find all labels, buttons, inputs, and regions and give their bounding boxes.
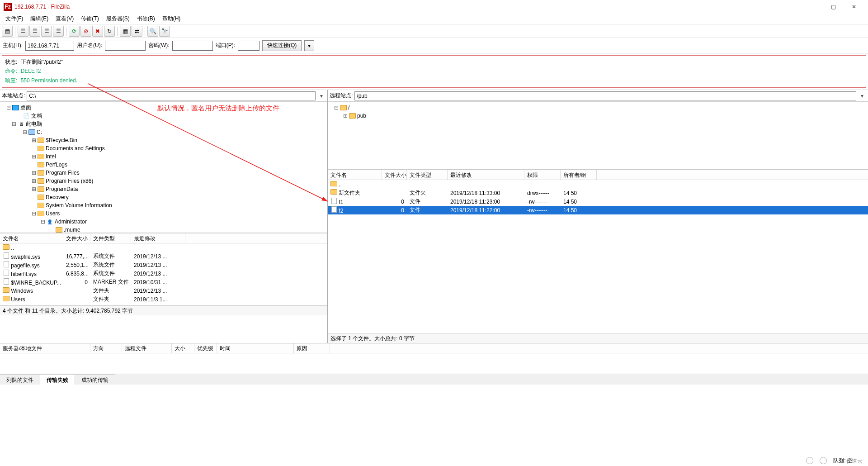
tree-twisty-icon[interactable]: ⊞ (31, 186, 37, 192)
column-header[interactable]: 最近修改 (131, 233, 185, 243)
host-input[interactable] (25, 41, 74, 51)
remote-path-dropdown-icon[interactable]: ▾ (858, 93, 866, 99)
username-input[interactable] (105, 41, 146, 51)
tree-node[interactable]: .mume (0, 226, 327, 233)
tree-node[interactable]: ⊟Administrator (0, 218, 327, 226)
file-row[interactable]: swapfile.sys16,777,...系统文件2019/12/13 ... (0, 252, 327, 261)
remote-path-input[interactable] (354, 91, 856, 100)
column-header[interactable]: 文件名 (328, 170, 382, 180)
tree-twisty-icon[interactable]: ⊞ (342, 113, 349, 119)
quickconnect-dropdown-icon[interactable]: ▾ (304, 40, 314, 51)
tree-twisty-icon[interactable]: ⊟ (11, 121, 17, 127)
menu-5[interactable]: 书签(B) (133, 14, 159, 24)
minimize-button[interactable]: — (802, 0, 823, 14)
column-header[interactable]: 文件大小 (63, 233, 90, 243)
column-header[interactable]: 时间 (217, 343, 294, 353)
menu-6[interactable]: 帮助(H) (159, 14, 184, 24)
remote-file-list[interactable]: 文件名文件大小文件类型最近修改权限所有者/组 .. 新文件夹文件夹2019/12… (328, 170, 868, 333)
toggle-localtree-icon[interactable]: ☰ (29, 26, 40, 37)
local-path-dropdown-icon[interactable]: ▾ (317, 93, 326, 99)
binoculars-icon[interactable]: 🔭 (159, 26, 170, 37)
queue-tab-2[interactable]: 成功的传输 (75, 374, 115, 385)
tree-twisty-icon[interactable]: ⊟ (5, 105, 12, 111)
tree-node[interactable]: ⊟/ (328, 104, 868, 112)
column-header[interactable]: 远程文件 (122, 343, 172, 353)
menu-0[interactable]: 文件(F) (2, 14, 27, 24)
tree-node[interactable]: PerfLogs (0, 161, 327, 169)
password-input[interactable] (172, 41, 213, 51)
column-header[interactable]: 所有者/组 (561, 170, 597, 180)
column-header[interactable]: 文件类型 (90, 233, 131, 243)
column-header[interactable]: 方向 (90, 343, 122, 353)
file-row[interactable]: Windows文件夹2019/12/13 ... (0, 286, 327, 295)
menu-3[interactable]: 传输(T) (77, 14, 102, 24)
local-file-list[interactable]: 文件名文件大小文件类型最近修改 .. swapfile.sys16,777,..… (0, 233, 327, 305)
maximize-button[interactable]: ▢ (823, 0, 844, 14)
tree-twisty-icon[interactable]: ⊟ (22, 129, 28, 135)
search-icon[interactable]: 🔍 (147, 26, 158, 37)
queue-tab-1[interactable]: 传输失败 (40, 374, 75, 385)
tree-node[interactable]: Documents and Settings (0, 144, 327, 152)
tree-label: 此电脑 (26, 120, 42, 128)
message-log[interactable]: 状态: 正在删除"/pub/f2"命令: DELE f2响应: 550 Perm… (2, 55, 866, 88)
stop-icon[interactable]: ⊘ (80, 26, 91, 37)
toggle-remotetree-icon[interactable]: ☰ (41, 26, 52, 37)
tree-twisty-icon[interactable]: ⊞ (31, 137, 37, 143)
file-row[interactable]: .. (328, 180, 868, 189)
tree-node[interactable]: ⊞Program Files (0, 169, 327, 177)
refresh-icon[interactable]: ⟳ (69, 26, 80, 37)
file-row[interactable]: Users文件夹2019/11/3 1... (0, 295, 327, 304)
sitemanager-icon[interactable]: ▤ (2, 26, 13, 37)
disconnect-icon[interactable]: ✖ (92, 26, 103, 37)
file-row[interactable]: pagefile.sys2,550,1...系统文件2019/12/13 ... (0, 261, 327, 269)
tree-node[interactable]: ⊞Program Files (x86) (0, 177, 327, 185)
filter-icon[interactable]: ▦ (120, 26, 131, 37)
tree-node[interactable]: ⊞Intel (0, 152, 327, 161)
file-row[interactable]: .. (0, 243, 327, 252)
file-row[interactable]: $WINRE_BACKUP...0MARKER 文件2019/10/31 ... (0, 278, 327, 286)
tree-twisty-icon[interactable]: ⊟ (333, 105, 340, 111)
column-header[interactable]: 文件大小 (382, 170, 407, 180)
column-header[interactable]: 优先级 (194, 343, 217, 353)
menu-4[interactable]: 服务器(S) (103, 14, 133, 24)
compare-icon[interactable]: ⇄ (132, 26, 142, 37)
tree-node[interactable]: Recovery (0, 193, 327, 201)
close-button[interactable]: ✕ (844, 0, 864, 14)
local-path-input[interactable] (27, 91, 316, 100)
port-input[interactable] (238, 41, 259, 51)
tree-twisty-icon[interactable]: ⊟ (40, 219, 46, 225)
toggle-queue-icon[interactable]: ☰ (53, 26, 64, 37)
column-header[interactable]: 原因 (294, 343, 330, 353)
file-row[interactable]: f10文件2019/12/18 11:23:00-rw-------14 50 (328, 197, 868, 206)
tree-twisty-icon[interactable]: ⊞ (31, 153, 37, 160)
tree-node[interactable]: ⊞$Recycle.Bin (0, 136, 327, 144)
tree-node[interactable]: System Volume Information (0, 201, 327, 209)
tree-twisty-icon[interactable]: ⊟ (31, 210, 37, 217)
file-row[interactable]: 新文件夹文件夹2019/12/18 11:33:00drwx------14 5… (328, 189, 868, 197)
queue-tab-0[interactable]: 列队的文件 (0, 374, 40, 385)
column-header[interactable]: 最近修改 (448, 170, 524, 180)
tree-node[interactable]: 文档 (0, 112, 327, 120)
menu-1[interactable]: 编辑(E) (27, 14, 52, 24)
transfer-queue[interactable]: 服务器/本地文件方向远程文件大小优先级时间原因 (0, 343, 868, 374)
remote-tree[interactable]: ⊟/⊞pub (328, 102, 868, 170)
column-header[interactable]: 服务器/本地文件 (0, 343, 90, 353)
toggle-log-icon[interactable]: ☰ (18, 26, 28, 37)
local-tree[interactable]: ⊟桌面文档⊟此电脑⊟C:⊞$Recycle.BinDocuments and S… (0, 102, 327, 233)
file-row[interactable]: f20文件2019/12/18 11:22:00-rw-------14 50 (328, 206, 868, 214)
tree-node[interactable]: ⊟Users (0, 209, 327, 218)
tree-node[interactable]: ⊞ProgramData (0, 185, 327, 193)
file-row[interactable]: hiberfil.sys6,835,8...系统文件2019/12/13 ... (0, 269, 327, 278)
tree-node[interactable]: ⊟此电脑 (0, 120, 327, 128)
quickconnect-button[interactable]: 快速连接(Q) (262, 40, 302, 51)
column-header[interactable]: 文件名 (0, 233, 63, 243)
column-header[interactable]: 大小 (172, 343, 194, 353)
column-header[interactable]: 权限 (524, 170, 561, 180)
tree-node[interactable]: ⊟C: (0, 128, 327, 136)
reconnect-icon[interactable]: ↻ (104, 26, 115, 37)
column-header[interactable]: 文件类型 (407, 170, 448, 180)
tree-node[interactable]: ⊞pub (328, 112, 868, 120)
menu-2[interactable]: 查看(V) (52, 14, 77, 24)
tree-twisty-icon[interactable]: ⊞ (31, 178, 37, 184)
tree-twisty-icon[interactable]: ⊞ (31, 170, 37, 176)
